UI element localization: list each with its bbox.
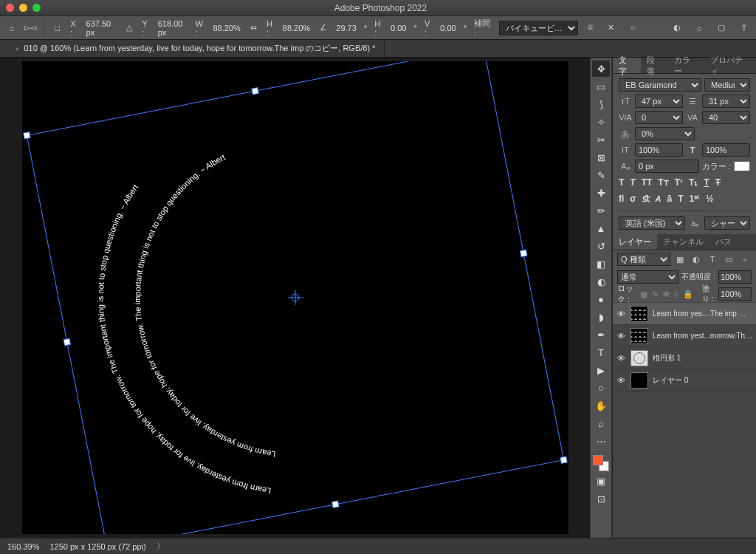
tab-layers[interactable]: レイヤー	[613, 234, 657, 250]
filter-adj-icon[interactable]: ◐	[690, 253, 703, 266]
faux-italic-icon[interactable]: T	[630, 177, 635, 188]
color-swatch[interactable]	[593, 455, 609, 471]
layer-thumb[interactable]	[630, 328, 648, 344]
font-family-select[interactable]: EB Garamond	[619, 78, 701, 92]
tab-properties[interactable]: プロパティ	[704, 58, 756, 73]
filter-smart-icon[interactable]: ▫	[738, 253, 752, 266]
wand-tool-icon[interactable]: ✧	[592, 114, 610, 130]
more-tools-icon[interactable]: ⋯	[592, 433, 610, 449]
tsume-input[interactable]: 0%	[635, 127, 695, 140]
hskew-value[interactable]: 0.00	[391, 24, 406, 33]
home-icon[interactable]: ⌂	[6, 21, 17, 35]
quickmask-icon[interactable]: ▣	[592, 473, 610, 489]
stamp-tool-icon[interactable]: ▲	[592, 220, 610, 236]
hand-tool-icon[interactable]: ✋	[592, 397, 610, 414]
h-value[interactable]: 88.20%	[283, 24, 310, 33]
tab-paths[interactable]: パス	[709, 234, 738, 250]
vscale-input[interactable]	[635, 143, 683, 157]
filter-img-icon[interactable]: ▦	[673, 253, 687, 266]
visibility-icon[interactable]: 👁	[616, 332, 626, 341]
smallcaps-icon[interactable]: Tᴛ	[658, 177, 668, 188]
frame-icon[interactable]: ▢	[715, 21, 728, 35]
zoom-display[interactable]: 160.39%	[7, 542, 39, 551]
eraser-tool-icon[interactable]: ◧	[592, 256, 610, 272]
crop-tool-icon[interactable]: ✂	[592, 131, 610, 148]
tab-channels[interactable]: チャンネル	[657, 234, 709, 250]
close-tab-icon[interactable]: ×	[15, 44, 19, 53]
document-tab[interactable]: × 010 @ 160% (Learn from yesterday, live…	[0, 40, 385, 57]
y-value[interactable]: 618.00 px	[158, 19, 188, 37]
angle-value[interactable]: 29.73	[336, 24, 357, 33]
font-size-input[interactable]: 47 px	[635, 95, 683, 108]
filter-type-icon[interactable]: T	[706, 253, 719, 266]
status-arrow-icon[interactable]: 〉	[157, 541, 165, 552]
subscript-icon[interactable]: T₁	[689, 177, 698, 188]
lock-paint-icon[interactable]: ✎	[652, 290, 659, 299]
heal-tool-icon[interactable]: ✚	[592, 185, 610, 201]
cloud-icon[interactable]: ◐	[670, 21, 684, 35]
visibility-icon[interactable]: 👁	[616, 354, 626, 363]
warp-icon[interactable]: ♕	[585, 21, 597, 35]
layer-row[interactable]: 👁Learn from yes....The imp のコピー	[613, 303, 756, 325]
faux-bold-icon[interactable]: T	[619, 177, 624, 188]
gradient-tool-icon[interactable]: ◐	[592, 273, 610, 290]
commit-icon[interactable]: ○	[626, 21, 639, 35]
stylistic-icon[interactable]: A	[656, 194, 662, 204]
eyedropper-tool-icon[interactable]: ✎	[592, 167, 610, 183]
allcaps-icon[interactable]: TT	[642, 177, 653, 188]
language-select[interactable]: 英語 (米国)	[619, 216, 685, 230]
leading-input[interactable]: 31 px	[702, 95, 750, 108]
vskew-value[interactable]: 0.00	[440, 24, 456, 33]
shape-tool-icon[interactable]: ○	[592, 380, 610, 396]
pen-tool-icon[interactable]: ✒	[592, 326, 610, 343]
zoom-tool-icon[interactable]: ⌕	[592, 415, 610, 431]
superscript-icon[interactable]: T¹	[675, 177, 683, 188]
frame-tool-icon[interactable]: ⊠	[592, 149, 610, 165]
dodge-tool-icon[interactable]: ◗	[592, 309, 610, 325]
swash-icon[interactable]: ﬆ	[642, 194, 650, 204]
visibility-icon[interactable]: 👁	[616, 310, 626, 318]
layer-row[interactable]: 👁レイヤー 0	[613, 369, 756, 391]
lock-pos-icon[interactable]: ✥	[663, 290, 670, 299]
tab-paragraph[interactable]: 段落	[641, 58, 669, 73]
search-icon[interactable]: ⌕	[693, 21, 706, 35]
fractions-icon[interactable]: 1ˢᵗ	[690, 194, 701, 204]
layer-thumb[interactable]	[630, 372, 648, 389]
canvas-area[interactable]: Learn from yesterday, live for today, ho…	[0, 58, 590, 538]
history-brush-icon[interactable]: ↺	[592, 238, 610, 254]
hscale-input[interactable]	[702, 143, 750, 157]
oldstyle-icon[interactable]: ½	[706, 194, 713, 204]
visibility-icon[interactable]: 👁	[616, 376, 626, 385]
layer-name[interactable]: Learn from yest...morrow.The imp	[653, 332, 753, 340]
blend-mode-select[interactable]: 通常	[617, 270, 678, 284]
window-zoom[interactable]	[32, 4, 41, 12]
move-tool-icon[interactable]: ✥	[592, 61, 610, 77]
layer-thumb[interactable]	[630, 306, 648, 322]
layer-name[interactable]: Learn from yes....The imp のコピー	[653, 309, 753, 319]
window-minimize[interactable]	[19, 4, 27, 12]
contextual-icon[interactable]: σ	[630, 194, 636, 204]
filter-shape-icon[interactable]: ▭	[722, 253, 735, 266]
fill-input[interactable]	[718, 287, 752, 301]
antialias-select[interactable]: シャープ	[704, 216, 750, 230]
lock-all-icon[interactable]: 🔒	[683, 290, 693, 299]
screenmode-icon[interactable]: ⊡	[592, 490, 610, 507]
marquee-tool-icon[interactable]: ▭	[592, 78, 610, 95]
tab-character[interactable]: 文字	[613, 58, 641, 73]
layer-row[interactable]: 👁Learn from yest...morrow.The imp	[613, 325, 756, 347]
text-color-chip[interactable]	[734, 161, 750, 171]
strike-icon[interactable]: T	[715, 177, 721, 188]
share-icon[interactable]: ⇪	[737, 21, 750, 35]
link-icon[interactable]: ⇔	[248, 21, 259, 35]
window-close[interactable]	[6, 4, 14, 12]
tracking-input[interactable]: 40	[702, 111, 750, 124]
ligatures-icon[interactable]: fi	[619, 194, 624, 204]
underline-icon[interactable]: T	[704, 177, 709, 188]
w-value[interactable]: 88.20%	[213, 24, 240, 33]
path-select-icon[interactable]: ▶	[592, 362, 610, 378]
layer-thumb[interactable]	[630, 350, 648, 366]
layer-name[interactable]: レイヤー 0	[653, 375, 753, 386]
x-value[interactable]: 637.50 px	[86, 19, 117, 37]
layer-filter[interactable]: Q 種類	[617, 253, 670, 266]
lock-nest-icon[interactable]: ▯	[674, 290, 678, 299]
